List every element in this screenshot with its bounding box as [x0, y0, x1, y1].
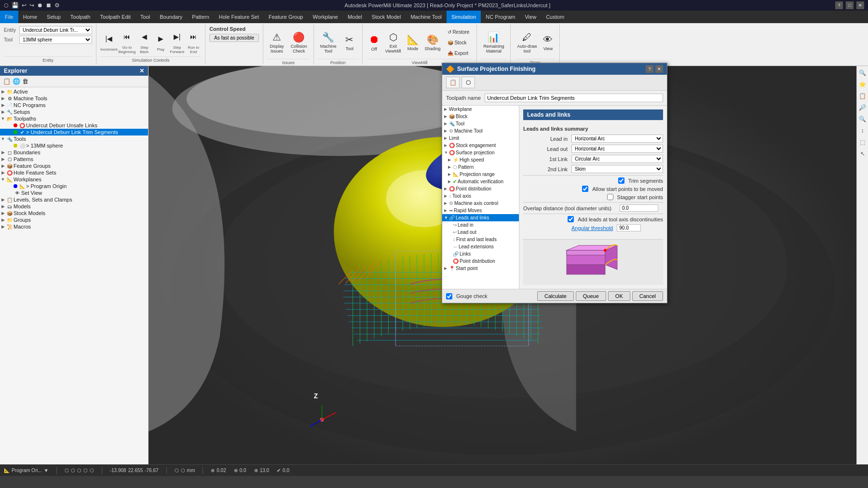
status-icon-5[interactable]: ⬡	[90, 468, 94, 473]
expand-start-point[interactable]: ▶	[444, 266, 449, 271]
dtree-links[interactable]: 🔗 Links	[442, 250, 519, 258]
go-to-beginning-button[interactable]: ⏮	[119, 29, 135, 44]
expand-feature-groups[interactable]: ▶	[0, 163, 6, 168]
dtree-block[interactable]: ▶ 📦 Block	[442, 113, 519, 120]
quick-access-record[interactable]: ⏺	[37, 2, 43, 9]
tree-item-feature-groups[interactable]: ▶ 📦 Feature Groups	[0, 163, 148, 169]
menu-workplane[interactable]: Workplane	[308, 11, 342, 23]
expand-hole-feature-sets[interactable]: ▶	[0, 170, 6, 175]
status-unit-icon2[interactable]: ⬡	[181, 468, 185, 473]
step-forward-button[interactable]: ▶|	[169, 29, 185, 44]
quick-access-undo[interactable]: ↩	[22, 2, 27, 9]
stagger-checkbox[interactable]	[607, 194, 613, 200]
status-unit-icon[interactable]: ⬡	[175, 468, 179, 473]
expand-macros[interactable]: ▶	[0, 224, 6, 229]
right-panel-btn-1[interactable]: 🔍	[858, 68, 868, 78]
menu-model[interactable]: Model	[343, 11, 367, 23]
trim-segments-checkbox[interactable]	[618, 177, 624, 184]
cancel-button[interactable]: Cancel	[632, 291, 663, 301]
expand-limit[interactable]: ▶	[444, 136, 449, 140]
tree-item-toolpaths[interactable]: ▼ 📂 Toolpaths	[0, 115, 148, 122]
status-icon-4[interactable]: ⬡	[83, 468, 88, 473]
dtree-rapid-moves[interactable]: ▶ ➡ Rapid Moves	[442, 207, 519, 214]
tree-item-boundaries[interactable]: ▶ ◻ Boundaries	[0, 149, 148, 156]
menu-stock-model[interactable]: Stock Model	[367, 11, 406, 23]
dialog-help-button[interactable]: ?	[646, 65, 653, 73]
off-button[interactable]: ⏺ Off	[366, 26, 382, 59]
toolpath-name-input[interactable]	[485, 94, 663, 102]
dtree-projection-range[interactable]: ▶ 📐 Projection range	[442, 171, 519, 178]
dtree-pattern[interactable]: ▶ ⬡ Pattern	[442, 163, 519, 171]
tree-item-groups[interactable]: ▶ 📁 Groups	[0, 217, 148, 223]
dtree-tool-axis[interactable]: ▶ ↕ Tool axis	[442, 192, 519, 200]
expand-machine-tools[interactable]: ▶	[0, 96, 6, 101]
dialog-close-button[interactable]: ✕	[655, 65, 663, 73]
run-to-end-button[interactable]: ⏭	[186, 29, 201, 44]
tree-item-tools[interactable]: ▼ 🔩 Tools	[0, 136, 148, 142]
dtree-auto-verification[interactable]: ▶ ✔ Automatic verification	[442, 178, 519, 185]
dtree-high-speed[interactable]: ▶ ⚡ High speed	[442, 156, 519, 163]
tree-item-workplanes[interactable]: ▼ 📐 Workplanes	[0, 176, 148, 183]
stock-button[interactable]: 📦 Stock	[444, 38, 473, 47]
status-icon-1[interactable]: ⬡	[65, 468, 69, 473]
collision-check-button[interactable]: 🔴 CollisionCheck	[288, 26, 310, 59]
play-button[interactable]: ▶	[153, 31, 168, 46]
second-link-select[interactable]: Skim	[571, 165, 663, 173]
dtree-machine-axis-control[interactable]: ▶ ⚙ Machine axis control	[442, 200, 519, 207]
gouge-check-checkbox[interactable]	[446, 293, 452, 299]
expand-dpattern[interactable]: ▶	[448, 165, 453, 169]
auto-draw-button[interactable]: 🖊 Auto-drawtool	[515, 26, 539, 59]
tree-item-setups[interactable]: ▶ 🔧 Setups	[0, 108, 148, 115]
expand-patterns[interactable]: ▶	[0, 157, 6, 162]
tree-item-trim-segments[interactable]: ✔ > Undercut Deburr Link Trim Segments	[0, 129, 148, 136]
tree-item-macros[interactable]: ▶ 📜 Macros	[0, 223, 148, 230]
menu-setup[interactable]: Setup	[42, 11, 66, 23]
dtree-stock-engagement[interactable]: ▶ ⭕ Stock engagement	[442, 142, 519, 149]
exit-viewmill-button[interactable]: ⬡ ExitViewMill	[383, 26, 404, 59]
dtree-first-last-leads[interactable]: ↕ First and last leads	[442, 236, 519, 243]
tree-item-machine-tools[interactable]: ▶ ⚙ Machine Tools	[0, 95, 148, 102]
expand-machine-axis-control[interactable]: ▶	[444, 201, 449, 205]
menu-boundary[interactable]: Boundary	[155, 11, 187, 23]
step-back-button[interactable]: ◀	[136, 29, 152, 44]
dtree-limit[interactable]: ▶ Limit	[442, 135, 519, 142]
status-program-origin[interactable]: 📐 Program Ori... ▼	[4, 468, 49, 473]
dtree-machine-tool[interactable]: ▶ ⚙ Machine Tool	[442, 127, 519, 135]
overlap-input[interactable]	[620, 204, 658, 212]
export-button[interactable]: 📤 Export	[444, 48, 473, 58]
expand-tools[interactable]: ▼	[0, 136, 6, 141]
dtree-point-distribution[interactable]: ▶ ⭕ Point distribution	[442, 185, 519, 192]
menu-view[interactable]: View	[520, 11, 541, 23]
explorer-tb-icon2[interactable]: 🌐	[13, 78, 20, 85]
explorer-tb-icon1[interactable]: 📋	[3, 78, 11, 85]
restore-button[interactable]: ↺ Restore	[444, 27, 473, 37]
expand-surface-projection[interactable]: ▼	[444, 150, 449, 155]
menu-feature-group[interactable]: Feature Group	[264, 11, 308, 23]
lead-out-select[interactable]: Horizontal Arc	[571, 145, 663, 153]
right-panel-btn-2[interactable]: ⭐	[858, 80, 868, 89]
tree-item-models[interactable]: ▶ 🗂 Models	[0, 203, 148, 210]
tree-item-13mm-sphere[interactable]: ⚪ > 13MM sphere	[0, 142, 148, 149]
expand-toolpaths[interactable]: ▼	[0, 116, 6, 121]
expand-workplane[interactable]: ▶	[444, 107, 449, 111]
expand-machine-tool[interactable]: ▶	[444, 129, 449, 133]
tree-item-hole-feature-sets[interactable]: ▶ ⭕ Hole Feature Sets	[0, 169, 148, 176]
quick-access-save[interactable]: 💾	[12, 2, 19, 9]
expand-point-distribution[interactable]: ▶	[444, 187, 449, 191]
menu-pattern[interactable]: Pattern	[187, 11, 214, 23]
expand-nc-programs[interactable]: ▶	[0, 103, 6, 108]
expand-high-speed[interactable]: ▶	[448, 158, 453, 162]
menu-simulation[interactable]: Simulation	[447, 11, 481, 23]
right-panel-btn-3[interactable]: 📋	[858, 91, 868, 101]
tree-item-program-origin[interactable]: 📐 > Program Origin	[0, 183, 148, 190]
expand-stock-models[interactable]: ▶	[0, 211, 6, 216]
first-link-select[interactable]: Circular Arc	[571, 155, 663, 163]
expand-groups[interactable]: ▶	[0, 217, 6, 222]
maximize-button[interactable]: □	[846, 1, 854, 9]
right-panel-btn-8[interactable]: ↖	[858, 149, 868, 159]
minimize-button[interactable]: ?	[835, 1, 843, 9]
right-panel-btn-6[interactable]: ↕	[858, 126, 868, 136]
menu-machine-tool[interactable]: Machine Tool	[406, 11, 447, 23]
expand-leads-and-links[interactable]: ▼	[444, 216, 449, 220]
expand-projection-range[interactable]: ▶	[448, 172, 453, 176]
